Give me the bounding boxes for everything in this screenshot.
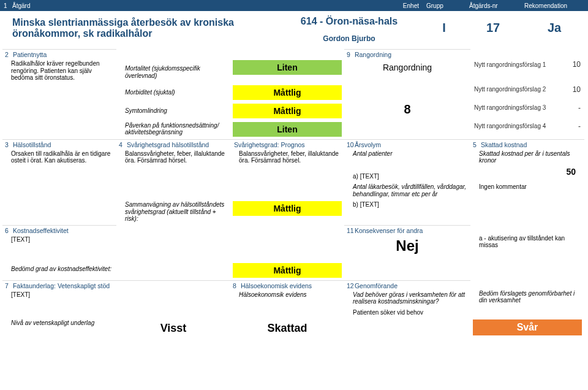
antal-patienter: Antal patienter [344, 149, 470, 160]
col-group: Grupp [423, 1, 466, 10]
section-6-body: [TEXT] [2, 235, 116, 246]
col-action: Åtgärd [9, 1, 276, 10]
section-12-bed: Bedöm förslagets genomförbarhet i din ve… [470, 289, 584, 307]
section-5-sub: Skattad kostnad per år i tusentals krono… [470, 149, 584, 167]
mortality-value: Liten [233, 60, 342, 75]
mortality-label: Mortalitet (sjukdomsspecifik överlevnad) [116, 59, 230, 82]
page-title: Minska slentrianmässiga återbesök av kro… [0, 11, 276, 49]
section-11-header: 11 Konsekvenser för andra [344, 225, 470, 235]
col-num: 1 [0, 1, 9, 10]
group-value: I [423, 11, 466, 49]
section-12-a: Patienten söker vid behov [344, 308, 470, 319]
symptom-value: Måttlig [233, 104, 342, 118]
niva-label: Nivå av vetenskapligt underlag [2, 318, 116, 329]
col-recommendation: Rekomendation [521, 1, 588, 10]
sum-value: Måttlig [233, 201, 342, 216]
author-name: Gordon Bjurbo [276, 34, 423, 43]
section-4-body: Balanssvårigheter, feber, illaluktande ö… [116, 149, 230, 167]
unit-block: 614 - Öron-näsa-hals Gordon Bjurbo [276, 11, 423, 49]
rangordning-big: 8 [344, 102, 470, 121]
sum-label: Sammanvägning av hälsotillståndets svåri… [116, 200, 230, 225]
section-4-header: 4 Svårighetsgrad hälsotillstånd [116, 139, 230, 149]
nej-value: Nej [344, 235, 470, 257]
morbidity-value: Måttlig [233, 85, 342, 100]
recommendation-value: Ja [521, 11, 588, 49]
section-12-q: Vad behöver göras i verksamheten för att… [344, 290, 470, 308]
bed-kostnad-value: Måttlig [233, 263, 342, 278]
svar-value: Svår [473, 319, 582, 335]
symptom-label: Symtomlindring [116, 102, 230, 117]
a-text-label: a) [TEXT] [344, 167, 470, 183]
skattad-value: Skattad [233, 319, 342, 337]
prognos-body: Balanssvårigheter, feber, illaluktande ö… [230, 149, 344, 167]
unit-name: 614 - Öron-näsa-hals [276, 16, 423, 27]
section-12-header: 12 Genomförande [344, 280, 470, 290]
a-value: 50 [470, 167, 584, 183]
rangordning-label: Rangordning [344, 59, 470, 72]
section-2-body: Radikalhålor kräver regelbunden rengörin… [2, 59, 116, 84]
function-label: Påverkan på funktionsnedsättning/ aktivi… [116, 121, 230, 139]
b-text-label: b) [TEXT] [344, 200, 470, 211]
section-2-header: 2 Patientnytta [2, 49, 116, 59]
function-value: Liten [233, 122, 342, 137]
section-7-header: 7 Faktaunderlag: Vetenskapligt stöd [2, 280, 230, 290]
col-unit: Enhet [276, 1, 423, 10]
morbidity-label: Morbiditet (sjuktal) [116, 84, 230, 99]
rank-row-2: Nytt rangordningsförslag 210 [470, 84, 584, 95]
section-3-body: Orsaken till radikalhåla är en tidigare … [2, 149, 116, 167]
section-8-sub: Hälsoekonomsik evidens [230, 290, 344, 301]
section-8-header: 8 Hälsoekonomisk evidens [230, 280, 344, 290]
section-11-text: a - akutisering av tillståndet kan missa… [470, 234, 584, 251]
section-7-body: [TEXT] [2, 290, 230, 301]
section-9-header: 9 Rangordning [344, 49, 470, 59]
column-header-bar: 1 Åtgärd Enhet Grupp Åtgärds-nr Rekomend… [0, 0, 588, 11]
section-6-header: 6 Kostnadseffektivitet [2, 225, 116, 235]
title-row: Minska slentrianmässiga återbesök av kro… [0, 11, 588, 49]
section-3-header: 3 Hälsotillstånd [2, 139, 116, 149]
section-10-header: 10 Årsvolym [344, 139, 470, 149]
rank-row-3: Nytt rangordningsförslag 3- [470, 102, 584, 113]
prognos-header: Svårighetsgrad: Prognos [230, 139, 344, 149]
visst-value: Visst [119, 319, 228, 337]
ingen-kommentar: Ingen kommentar [470, 182, 584, 193]
rank-row-1: Nytt rangordningsförslag 110 [470, 59, 584, 70]
section-5-header: 5 Skattad kostnad [470, 139, 584, 149]
bed-kostnad-label: Bedömd grad av kostnadseffektivitet: [2, 257, 230, 275]
col-action-nr: Åtgärds-nr [466, 1, 521, 10]
b-long-label: Antal läkarbesök, vårdtillfällen, vårdda… [344, 182, 470, 200]
action-nr-value: 17 [466, 11, 521, 49]
rank-row-4: Nytt rangordningsförslag 4- [470, 121, 584, 132]
